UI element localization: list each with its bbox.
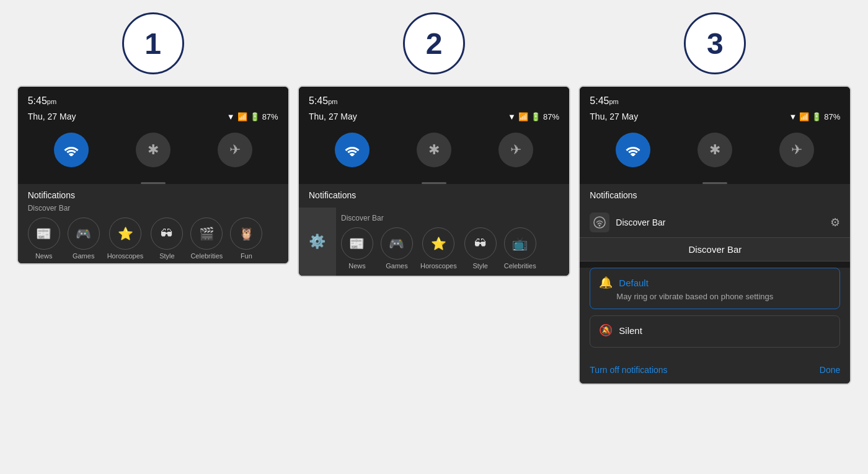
channel-silent-top-3: 🔕 Silent	[599, 323, 831, 337]
svg-point-1	[599, 225, 601, 227]
celebrities-icon-2: 📺	[504, 227, 536, 260]
wifi-status-icon-2: ▼	[508, 112, 516, 121]
discover-icons-row-1: 📰 News 🎮 Games ⭐ Horoscopes 🕶 Style	[28, 217, 278, 260]
status-bottom-row-1: Thu, 27 May ▼ 📶 🔋 87%	[28, 109, 278, 124]
wifi-status-icon-3: ▼	[789, 112, 797, 121]
signal-status-icon-1: 📶	[237, 112, 247, 121]
fun-icon-1: 🦉	[230, 217, 262, 250]
airplane-icon-3: ✈	[791, 142, 802, 158]
discover-item-horoscopes-2: ⭐ Horoscopes	[420, 227, 457, 270]
bluetooth-qs-button-2[interactable]: ✱	[417, 133, 451, 167]
discover-item-news-1: 📰 News	[28, 217, 60, 260]
discover-item-games-2: 🎮 Games	[381, 227, 413, 270]
status-top-row-3: 5:45pm	[590, 93, 840, 109]
bell-mute-icon-3: 🔕	[599, 323, 613, 337]
notifications-title-1: Notifications	[28, 190, 278, 200]
battery-status-icon-3: 🔋	[812, 112, 822, 121]
wifi-qs-button-1[interactable]	[54, 133, 89, 167]
battery-percent-2: 87%	[543, 112, 559, 121]
app-settings-gear-icon-3[interactable]: ⚙	[830, 216, 840, 229]
battery-percent-3: 87%	[824, 112, 840, 121]
status-icons-1: ▼ 📶 🔋 87%	[227, 112, 278, 121]
phone-frame-2: 5:45pm Thu, 27 May ▼ 📶 🔋 87%	[298, 86, 570, 277]
wifi-qs-button-3[interactable]	[616, 133, 650, 167]
bluetooth-icon-3: ✱	[709, 142, 720, 158]
step-2-number: 2	[426, 27, 443, 61]
horoscopes-label-1: Horoscopes	[107, 252, 144, 260]
style-label-1: Style	[159, 252, 174, 260]
discover-item-horoscopes-1: ⭐ Horoscopes	[107, 217, 144, 260]
turn-off-notifications-button-3[interactable]: Turn off notifications	[590, 365, 667, 375]
channel-default-desc-3: May ring or vibrate based on phone setti…	[599, 292, 831, 301]
settings-gear-icon-2: ⚙️	[309, 234, 326, 250]
channel-default-option-3[interactable]: 🔔 Default May ring or vibrate based on p…	[590, 268, 840, 309]
celebrities-icon-1: 🎬	[190, 217, 223, 250]
notifications-title-3: Notifications	[590, 190, 840, 200]
airplane-qs-button-2[interactable]: ✈	[498, 133, 533, 167]
celebrities-label-2: Celebrities	[504, 262, 536, 270]
discover-item-style-1: 🕶 Style	[151, 217, 183, 260]
step-2-circle: 2	[403, 12, 465, 74]
celebrities-label-1: Celebrities	[190, 252, 223, 260]
app-name-3: Discover Bar	[616, 217, 665, 227]
quick-settings-2: ✱ ✈	[299, 126, 569, 177]
step-3-column: 3 5:45pm Thu, 27 May ▼ 📶 🔋 87%	[575, 12, 856, 385]
channel-silent-option-3[interactable]: 🔕 Silent	[590, 315, 840, 348]
discover-item-celebrities-1: 🎬 Celebrities	[190, 217, 223, 260]
discover-item-fun-1: 🦉 Fun	[230, 217, 262, 260]
discover-item-games-1: 🎮 Games	[68, 217, 100, 260]
date-display-2: Thu, 27 May	[309, 112, 357, 121]
date-display-3: Thu, 27 May	[590, 112, 638, 121]
battery-percent-1: 87%	[262, 112, 278, 121]
app-icon-3	[590, 213, 609, 232]
bluetooth-icon-2: ✱	[428, 142, 440, 158]
airplane-qs-button-3[interactable]: ✈	[779, 133, 814, 167]
settings-col-2[interactable]: ⚙️	[299, 208, 336, 276]
steps-container: 1 5:45pm Thu, 27 May ▼ 📶 🔋 87%	[12, 12, 856, 385]
style-icon-2: 🕶	[464, 227, 497, 260]
phone-frame-3: 5:45pm Thu, 27 May ▼ 📶 🔋 87%	[578, 86, 851, 385]
notifications-title-2: Notifications	[309, 190, 559, 200]
status-bar-1: 5:45pm Thu, 27 May ▼ 📶 🔋 87%	[18, 87, 288, 126]
divider-2	[299, 177, 569, 184]
signal-status-icon-3: 📶	[799, 112, 809, 121]
date-display-1: Thu, 27 May	[28, 112, 76, 121]
style-label-2: Style	[472, 262, 487, 270]
airplane-icon-2: ✈	[510, 142, 521, 158]
quick-settings-1: ✱ ✈	[18, 126, 288, 177]
discover-icons-row-2: 📰 News 🎮 Games ⭐ Horoscopes 🕶	[341, 227, 562, 270]
divider-3	[580, 177, 850, 184]
step-3-circle: 3	[684, 12, 746, 74]
step-1-number: 1	[144, 27, 161, 61]
signal-status-icon-2: 📶	[518, 112, 528, 121]
bluetooth-qs-button-1[interactable]: ✱	[136, 133, 170, 167]
news-icon-1: 📰	[28, 217, 60, 250]
notifications-section-3: Notifications	[580, 184, 850, 208]
status-top-row-1: 5:45pm	[28, 93, 278, 109]
done-button-3[interactable]: Done	[820, 365, 840, 375]
wifi-qs-button-2[interactable]	[335, 133, 370, 167]
channel-default-name-3: Default	[619, 278, 649, 288]
step-3-number: 3	[707, 27, 724, 61]
status-icons-3: ▼ 📶 🔋 87%	[789, 112, 840, 121]
airplane-icon-1: ✈	[229, 142, 241, 158]
status-top-row-2: 5:45pm	[309, 93, 559, 109]
time-display-3: 5:45pm	[590, 95, 618, 107]
games-icon-2: 🎮	[381, 227, 413, 260]
time-display-1: 5:45pm	[28, 95, 56, 107]
bell-active-icon-3: 🔔	[599, 276, 613, 289]
horoscopes-label-2: Horoscopes	[420, 262, 457, 270]
divider-1	[18, 177, 288, 184]
status-bar-3: 5:45pm Thu, 27 May ▼ 📶 🔋 87%	[580, 87, 850, 126]
app-title-bar-3: Discover Bar	[580, 237, 850, 261]
games-label-1: Games	[73, 252, 94, 260]
app-notif-left-3: Discover Bar	[590, 213, 665, 232]
airplane-qs-button-1[interactable]: ✈	[218, 133, 252, 167]
bottom-actions-3: Turn off notifications Done	[580, 356, 850, 384]
battery-status-icon-2: 🔋	[531, 112, 541, 121]
status-bottom-row-3: Thu, 27 May ▼ 📶 🔋 87%	[590, 109, 840, 124]
status-bottom-row-2: Thu, 27 May ▼ 📶 🔋 87%	[309, 109, 559, 124]
discover-section-2: ⚙️ Discover Bar 📰 News 🎮 Games	[299, 208, 569, 276]
status-bar-2: 5:45pm Thu, 27 May ▼ 📶 🔋 87%	[299, 87, 569, 126]
bluetooth-qs-button-3[interactable]: ✱	[698, 133, 732, 167]
